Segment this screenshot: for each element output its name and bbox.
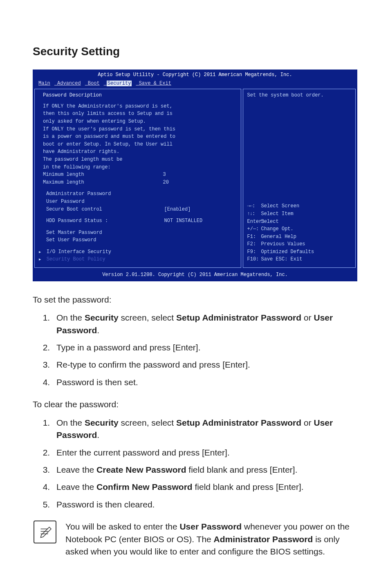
note-block: You will be asked to enter the User Pass… [33,521,357,558]
password-description-title: Password Description [39,92,237,99]
help-keys: →←:Select Screen ↑↓:Select Item Enter:Se… [247,202,351,263]
set-master-password-item: Set Master Password [39,229,237,237]
security-boot-policy-item: Security Boot Policy [39,256,237,263]
clear-step-2: Enter the current password and press [En… [52,447,357,459]
set-password-steps: On the Security screen, select Setup Adm… [33,312,357,388]
min-length-row: Minimum length 3 [39,171,237,179]
set-password-intro: To set the password: [33,294,357,306]
bios-left-panel: Password Description If ONLY the Adminis… [34,89,241,268]
bios-tab-security: Security [107,81,132,86]
bios-right-panel: Set the system boot order. →←:Select Scr… [243,89,356,268]
secure-boot-row: Secure Boot control [Enabled] [39,206,237,213]
password-description-text: If ONLY the Administrator's password is … [39,103,237,171]
bios-tab-advanced: Advanced [57,81,81,86]
clear-step-4: Leave the Confirm New Password field bla… [52,481,357,493]
admin-password-item: Administrator Password [39,190,237,198]
note-text: You will be asked to enter the User Pass… [65,521,356,558]
set-step-1: On the Security screen, select Setup Adm… [52,312,357,337]
bios-tab-boot: Boot [88,81,100,86]
bios-tab-save-exit: Save & Exit [139,81,171,86]
io-interface-security-item: I/O Interface Security [39,248,237,256]
bios-tab-main: Main [38,81,50,86]
max-length-row: Maximum length 20 [39,179,237,186]
set-step-3: Re-type to confirm the password and pres… [52,359,357,371]
bios-tab-row: Main Advanced Boot Security Save & Exit [33,80,357,89]
note-icon [34,521,56,543]
set-step-4: Password is then set. [52,376,357,388]
user-password-item: User Password [39,198,237,206]
clear-password-intro: To clear the password: [33,398,357,411]
clear-step-3: Leave the Create New Password field blan… [52,464,357,476]
clear-step-5: Password is then cleared. [52,498,357,511]
bios-banner: Aptio Setup Utility - Copyright (C) 2011… [33,70,357,80]
set-step-2: Type in a password and press [Enter]. [52,341,357,354]
help-top-text: Set the system boot order. [247,92,351,99]
notepad-pencil-icon [38,525,52,539]
hdd-password-row: HDD Password Status : NOT INSTALLED [39,217,237,225]
bios-screenshot: Aptio Setup Utility - Copyright (C) 2011… [33,70,357,281]
page-title: Security Setting [33,45,357,58]
clear-step-1: On the Security screen, select Setup Adm… [52,417,357,442]
bios-footer: Version 2.01.1208. Copyright (C) 2011 Am… [33,269,357,281]
clear-password-steps: On the Security screen, select Setup Adm… [33,417,357,511]
set-user-password-item: Set User Password [39,236,237,244]
